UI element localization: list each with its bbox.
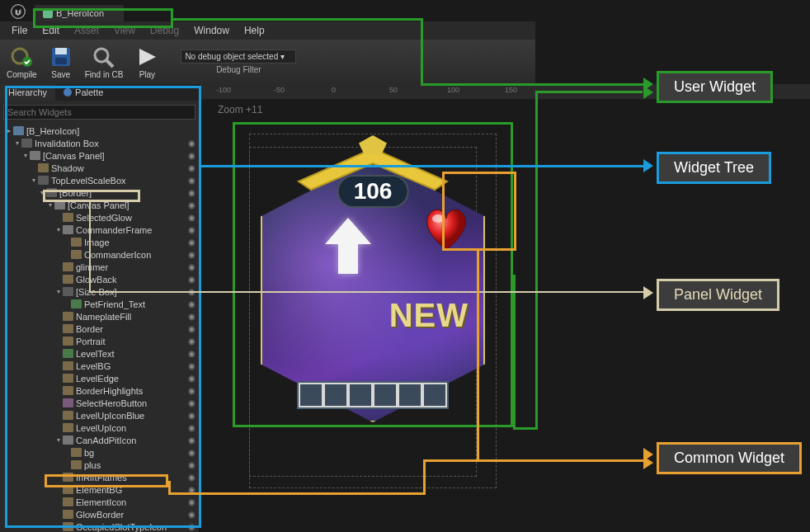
tree-row[interactable]: ▾CanAddPitIcon◉ (0, 434, 199, 446)
expand-arrow-icon[interactable]: ▾ (38, 189, 46, 196)
visibility-toggle-icon[interactable]: ◉ (188, 349, 195, 358)
menu-debug[interactable]: Debug (144, 23, 186, 38)
menu-bar: File Edit Asset View Debug Window Help (0, 21, 535, 40)
tree-row[interactable]: NameplateFill◉ (0, 310, 199, 322)
visibility-toggle-icon[interactable]: ◉ (188, 163, 195, 172)
expand-arrow-icon[interactable]: ▾ (30, 177, 38, 184)
visibility-toggle-icon[interactable]: ◉ (188, 374, 195, 383)
expand-arrow-icon[interactable]: ▾ (54, 226, 63, 233)
tree-row[interactable]: Image◉ (0, 236, 199, 248)
visibility-toggle-icon[interactable]: ◉ (188, 386, 195, 395)
visibility-toggle-icon[interactable]: ◉ (188, 361, 195, 370)
tree-row[interactable]: OccupiedSlotTypeIcon◉ (0, 520, 199, 532)
ruler-mark: 0 (332, 86, 336, 94)
menu-window[interactable]: Window (187, 23, 236, 38)
tree-row[interactable]: ElementIcon◉ (0, 496, 199, 508)
tree-row[interactable]: Portrait◉ (0, 335, 199, 347)
tree-row[interactable]: LevelUpIconBlue◉ (0, 409, 199, 421)
visibility-toggle-icon[interactable]: ◉ (188, 485, 195, 494)
tree-row[interactable]: ▾Invalidation Box◉ (0, 137, 199, 149)
tree-row[interactable]: GlowBorder◉ (0, 508, 199, 520)
tree-row[interactable]: LevelUpIcon◉ (0, 421, 199, 434)
visibility-toggle-icon[interactable]: ◉ (188, 238, 195, 247)
tree-row[interactable]: Border◉ (0, 322, 199, 335)
visibility-toggle-icon[interactable]: ◉ (188, 510, 195, 519)
tree-row[interactable]: ▾[Size Box]◉ (0, 285, 199, 298)
menu-asset[interactable]: Asset (68, 23, 106, 38)
visibility-toggle-icon[interactable]: ◉ (188, 151, 195, 160)
tree-row[interactable]: SelectedGlow◉ (0, 211, 199, 224)
tree-item-label: CommanderFrame (76, 225, 152, 235)
tree-row[interactable]: ▾[Canvas Panel]◉ (0, 199, 199, 211)
menu-help[interactable]: Help (238, 23, 271, 38)
tree-row[interactable]: ElementBG◉ (0, 483, 199, 496)
tree-row[interactable]: ▾CommanderFrame◉ (0, 224, 199, 236)
menu-file[interactable]: File (5, 23, 34, 38)
debug-object-select[interactable]: No debug object selected ▾ (181, 49, 296, 64)
tree-row[interactable]: ▸[B_HeroIcon] (0, 125, 199, 137)
visibility-toggle-icon[interactable]: ◉ (188, 262, 195, 271)
designer-viewport[interactable]: -100-50050100150 Zoom +11 106 NEW (200, 84, 810, 532)
tree-item-label: Border (76, 324, 103, 334)
visibility-toggle-icon[interactable]: ◉ (188, 176, 195, 185)
tree-row[interactable]: ▾TopLevelScaleBox◉ (0, 174, 199, 186)
expand-arrow-icon[interactable]: ▾ (46, 201, 54, 209)
visibility-toggle-icon[interactable]: ◉ (188, 398, 195, 407)
expand-arrow-icon[interactable]: ▾ (54, 288, 63, 295)
search-input[interactable] (3, 105, 195, 120)
visibility-toggle-icon[interactable]: ◉ (188, 411, 195, 420)
menu-edit[interactable]: Edit (35, 23, 66, 38)
visibility-toggle-icon[interactable]: ◉ (188, 188, 195, 197)
tree-row[interactable]: Shadow◉ (0, 162, 199, 174)
visibility-toggle-icon[interactable]: ◉ (188, 299, 195, 308)
widget-type-icon (63, 337, 73, 346)
tree-row[interactable]: LevelText◉ (0, 347, 199, 360)
visibility-toggle-icon[interactable]: ◉ (188, 423, 195, 432)
tree-row[interactable]: glimmer◉ (0, 261, 199, 273)
tree-row[interactable]: bg◉ (0, 446, 199, 459)
tab-palette[interactable]: Palette (55, 84, 111, 101)
tree-row[interactable]: ▾[Canvas Panel]◉ (0, 149, 199, 162)
expand-arrow-icon[interactable]: ▸ (5, 127, 13, 134)
widget-type-icon (63, 287, 73, 296)
tab-hierarchy[interactable]: Hierarchy (0, 84, 55, 101)
compile-button[interactable]: Compile (7, 45, 37, 79)
play-button[interactable]: Play (134, 45, 159, 79)
tree-row[interactable]: plus◉ (0, 459, 199, 471)
visibility-toggle-icon[interactable]: ◉ (188, 460, 195, 469)
visibility-toggle-icon[interactable]: ◉ (188, 324, 195, 333)
expand-arrow-icon[interactable]: ▾ (13, 139, 21, 147)
find-button[interactable]: Find in CB (85, 45, 124, 79)
tree-row[interactable]: CommanderIcon◉ (0, 248, 199, 261)
tree-row[interactable]: InRiftFlames◉ (0, 471, 199, 483)
tree-row[interactable]: PetFriend_Text◉ (0, 298, 199, 310)
visibility-toggle-icon[interactable]: ◉ (188, 275, 195, 284)
visibility-toggle-icon[interactable]: ◉ (188, 139, 195, 148)
visibility-toggle-icon[interactable]: ◉ (188, 448, 195, 457)
expand-arrow-icon[interactable]: ▾ (21, 152, 30, 159)
save-button[interactable]: Save (49, 45, 73, 79)
visibility-toggle-icon[interactable]: ◉ (188, 497, 195, 506)
tree-row[interactable]: ▾[Border]◉ (0, 186, 199, 199)
visibility-toggle-icon[interactable]: ◉ (188, 225, 195, 234)
tree-row[interactable]: GlowBack◉ (0, 273, 199, 285)
visibility-toggle-icon[interactable]: ◉ (188, 522, 195, 531)
tree-row[interactable]: SelectHeroButton◉ (0, 397, 199, 409)
visibility-toggle-icon[interactable]: ◉ (188, 213, 195, 222)
menu-view[interactable]: View (107, 23, 142, 38)
tree-row[interactable]: LevelBG◉ (0, 360, 199, 372)
editor-tab[interactable]: B_HeroIcon (35, 5, 124, 21)
visibility-toggle-icon[interactable]: ◉ (188, 435, 195, 445)
widget-tree[interactable]: ▸[B_HeroIcon]▾Invalidation Box◉▾[Canvas … (0, 123, 199, 532)
visibility-toggle-icon[interactable]: ◉ (188, 337, 195, 346)
tree-item-label: [Canvas Panel] (68, 200, 130, 210)
tree-row[interactable]: LevelEdge◉ (0, 372, 199, 384)
visibility-toggle-icon[interactable]: ◉ (188, 473, 195, 482)
visibility-toggle-icon[interactable]: ◉ (188, 287, 195, 296)
tree-row[interactable]: BorderHighlights◉ (0, 384, 199, 397)
visibility-toggle-icon[interactable]: ◉ (188, 200, 195, 210)
expand-arrow-icon[interactable]: ▾ (54, 436, 63, 444)
visibility-toggle-icon[interactable]: ◉ (188, 312, 195, 321)
visibility-toggle-icon[interactable]: ◉ (188, 250, 195, 259)
palette-tab-label: Palette (75, 87, 103, 97)
